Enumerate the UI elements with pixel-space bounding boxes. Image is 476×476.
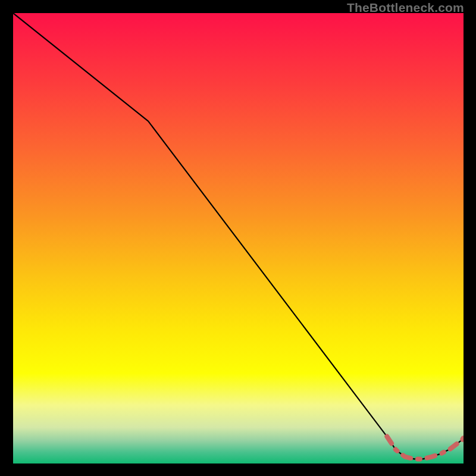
background-gradient bbox=[13, 13, 464, 464]
plot-area bbox=[13, 13, 464, 464]
chart-stage: TheBottleneck.com bbox=[0, 0, 476, 476]
chart-svg bbox=[13, 13, 464, 464]
